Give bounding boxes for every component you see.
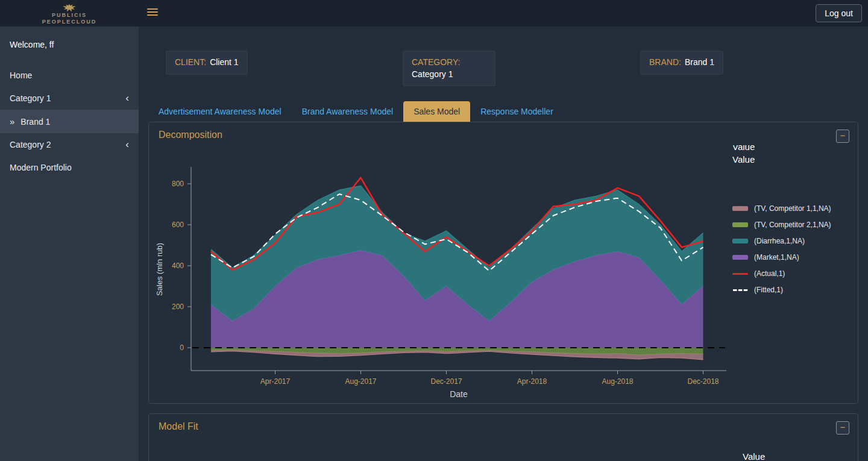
sidebar-item-brand-1[interactable]: » Brand 1 — [0, 110, 139, 133]
svg-text:Apr-2018: Apr-2018 — [517, 377, 547, 386]
svg-text:Date: Date — [450, 389, 468, 399]
model-fit-collapse-button[interactable]: − — [836, 421, 849, 434]
model-tabs: Advertisement Awareness Model Brand Awar… — [148, 101, 868, 122]
filter-bar: CLIENT:Client 1 CATEGORY:Category 1 BRAN… — [139, 27, 868, 101]
tab-sales-model[interactable]: Sales Model — [403, 101, 470, 122]
legend-label: (Fitted,1) — [754, 286, 783, 294]
sidebar: Welcome, ff Home Category 1 ‹ » Brand 1 … — [0, 27, 139, 461]
model-fit-legend-title: Value — [743, 451, 765, 461]
svg-text:Aug-2018: Aug-2018 — [602, 377, 633, 386]
sidebar-item-label: Brand 1 — [20, 117, 50, 127]
double-arrow-icon: » — [10, 116, 14, 127]
legend-swatch-dash-icon — [732, 289, 748, 291]
category-filter-chip[interactable]: CATEGORY:Category 1 — [403, 51, 495, 86]
decomposition-legend: Value Value (TV, Competitor 1,1,NA)(TV, … — [732, 145, 859, 302]
tab-response-modeller[interactable]: Response Modeller — [470, 101, 564, 122]
legend-label: (TV, Competitor 1,1,NA) — [754, 204, 831, 213]
top-bar: PUBLICIS PEOPLECLOUD Log out — [0, 0, 868, 27]
sidebar-item-label: Modern Portfolio — [10, 163, 72, 172]
menu-icon[interactable] — [147, 8, 158, 17]
legend-item[interactable]: (TV, Competitor 1,1,NA) — [732, 204, 859, 213]
decomposition-legend-items: (TV, Competitor 1,1,NA)(TV, Competitor 2… — [732, 204, 859, 294]
logo-line-1: PUBLICIS — [52, 12, 87, 18]
legend-swatch-area-icon — [732, 222, 748, 227]
model-fit-panel: Model Fit − Value — [148, 413, 858, 461]
svg-text:200: 200 — [172, 303, 184, 311]
sidebar-item-category-1[interactable]: Category 1 ‹ — [0, 87, 139, 110]
brand-filter-label: BRAND: — [649, 57, 681, 67]
chevron-left-icon: ‹ — [125, 94, 129, 102]
legend-swatch-area-icon — [732, 239, 748, 243]
svg-text:0: 0 — [180, 343, 184, 352]
tab-brand-awareness-model[interactable]: Brand Awareness Model — [292, 101, 404, 122]
legend-title-clipped: Value — [732, 145, 859, 153]
decomposition-title: Decomposition — [159, 130, 222, 140]
legend-label: (Actual,1) — [754, 269, 785, 278]
chevron-left-icon: ‹ — [125, 140, 129, 149]
legend-item[interactable]: (Diarrhea,1,NA) — [732, 237, 859, 245]
client-filter-chip[interactable]: CLIENT:Client 1 — [166, 51, 248, 75]
welcome-text: Welcome, ff — [0, 27, 139, 64]
model-fit-title: Model Fit — [159, 421, 198, 432]
logout-button[interactable]: Log out — [816, 4, 862, 22]
sidebar-item-category-2[interactable]: Category 2 ‹ — [0, 133, 139, 156]
tab-advertisement-awareness-model[interactable]: Advertisement Awareness Model — [148, 101, 292, 122]
decomposition-panel: Decomposition − 0200400600800Apr-2017Aug… — [148, 122, 858, 404]
category-filter-label: CATEGORY: — [412, 57, 483, 69]
legend-title: Value — [732, 154, 859, 165]
svg-text:Dec-2018: Dec-2018 — [687, 377, 719, 386]
svg-text:Apr-2017: Apr-2017 — [260, 377, 291, 386]
category-filter-value: Category 1 — [412, 69, 453, 79]
main-content: CLIENT:Client 1 CATEGORY:Category 1 BRAN… — [139, 27, 868, 461]
sidebar-item-home[interactable]: Home — [0, 64, 139, 87]
legend-item[interactable]: (Fitted,1) — [732, 286, 859, 294]
svg-text:Sales (mln rub): Sales (mln rub) — [155, 243, 164, 296]
brand-filter-value: Brand 1 — [685, 57, 714, 67]
publicis-logo: PUBLICIS PEOPLECLOUD — [0, 1, 139, 27]
sidebar-item-label: Category 1 — [10, 93, 51, 103]
legend-label: (Diarrhea,1,NA) — [754, 237, 805, 245]
legend-item[interactable]: (Market,1,NA) — [732, 253, 859, 262]
legend-label: (TV, Competitor 2,1,NA) — [754, 221, 831, 229]
legend-item[interactable]: (TV, Competitor 2,1,NA) — [732, 221, 859, 229]
svg-text:Aug-2017: Aug-2017 — [345, 377, 376, 386]
svg-text:400: 400 — [172, 262, 184, 270]
client-filter-label: CLIENT: — [175, 57, 206, 67]
sidebar-item-modern-portfolio[interactable]: Modern Portfolio — [0, 156, 139, 179]
legend-label: (Market,1,NA) — [754, 253, 799, 262]
decomposition-collapse-button[interactable]: − — [836, 130, 849, 143]
decomposition-chart[interactable]: 0200400600800Apr-2017Aug-2017Dec-2017Apr… — [149, 160, 740, 401]
svg-text:Dec-2017: Dec-2017 — [430, 377, 462, 386]
sidebar-item-label: Category 2 — [10, 140, 51, 149]
legend-swatch-area-icon — [732, 206, 748, 211]
legend-swatch-line-icon — [732, 273, 748, 275]
brand-filter-chip[interactable]: BRAND:Brand 1 — [640, 51, 723, 75]
svg-text:800: 800 — [172, 180, 184, 188]
logo-line-2: PEOPLECLOUD — [42, 19, 97, 25]
sidebar-item-label: Home — [10, 71, 32, 80]
eagle-emblem-icon — [60, 3, 78, 12]
legend-item[interactable]: (Actual,1) — [732, 269, 859, 278]
client-filter-value: Client 1 — [210, 57, 238, 67]
svg-text:600: 600 — [172, 221, 184, 229]
legend-swatch-area-icon — [732, 255, 748, 260]
